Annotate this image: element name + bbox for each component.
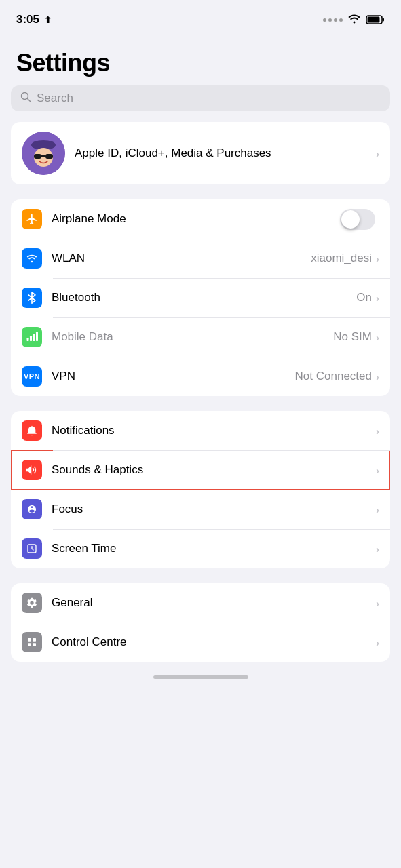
vpn-icon: VPN xyxy=(22,366,42,387)
mobile-data-value: No SIM xyxy=(333,330,372,344)
profile-info: Apple ID, iCloud+, Media & Purchases xyxy=(75,146,376,160)
toggle-knob xyxy=(341,210,360,229)
general-settings-chevron: › xyxy=(376,597,379,609)
airplane-mode-icon xyxy=(22,209,42,229)
airplane-mode-label: Airplane Mode xyxy=(52,212,340,226)
screen-time-label: Screen Time xyxy=(52,542,376,555)
vpn-value: Not Connected xyxy=(295,370,372,383)
sounds-haptics-icon xyxy=(22,460,42,480)
vpn-text: VPN xyxy=(24,372,40,380)
sounds-haptics-row[interactable]: Sounds & Haptics › xyxy=(11,450,390,490)
mobile-data-row[interactable]: Mobile Data No SIM › xyxy=(11,317,390,357)
profile-chevron: › xyxy=(376,148,379,159)
notifications-icon xyxy=(22,420,42,441)
control-centre-chevron: › xyxy=(376,637,379,648)
vpn-chevron: › xyxy=(376,371,379,382)
wlan-value: xiaomi_desi xyxy=(311,252,372,265)
bluetooth-chevron: › xyxy=(376,292,379,304)
svg-rect-14 xyxy=(33,334,35,342)
wlan-icon xyxy=(22,248,42,269)
svg-rect-10 xyxy=(45,154,53,159)
status-time: 3:05 ⬆ xyxy=(16,13,52,26)
screen-time-icon xyxy=(22,538,42,559)
status-bar: 3:05 ⬆ xyxy=(0,0,401,35)
page-title-area: Settings xyxy=(0,35,401,85)
time-display: 3:05 xyxy=(16,13,39,26)
bluetooth-row[interactable]: Bluetooth On › xyxy=(11,278,390,317)
svg-rect-20 xyxy=(28,643,31,646)
svg-rect-9 xyxy=(34,154,41,159)
profile-name: Apple ID, iCloud+, Media & Purchases xyxy=(75,146,271,159)
home-indicator xyxy=(153,675,248,679)
bluetooth-value: On xyxy=(356,291,372,304)
avatar xyxy=(22,132,65,175)
vpn-label: VPN xyxy=(52,370,295,383)
notifications-row[interactable]: Notifications › xyxy=(11,411,390,450)
system-section: General › Control Centre › xyxy=(11,583,390,662)
focus-row[interactable]: Focus › xyxy=(11,490,390,529)
mobile-data-icon xyxy=(22,327,42,347)
svg-rect-1 xyxy=(383,18,385,22)
search-bar-wrap: Search xyxy=(0,85,401,122)
control-centre-label: Control Centre xyxy=(52,635,376,649)
bluetooth-icon xyxy=(22,288,42,308)
bluetooth-label: Bluetooth xyxy=(52,291,356,304)
svg-rect-19 xyxy=(33,638,36,642)
sounds-haptics-label: Sounds & Haptics xyxy=(52,463,376,477)
svg-rect-21 xyxy=(33,643,36,646)
status-icons xyxy=(323,13,385,27)
airplane-mode-toggle[interactable] xyxy=(340,209,375,230)
profile-section: Apple ID, iCloud+, Media & Purchases › xyxy=(11,122,390,184)
page-title: Settings xyxy=(16,49,385,77)
screen-time-row[interactable]: Screen Time › xyxy=(11,529,390,568)
focus-label: Focus xyxy=(52,502,376,516)
wlan-label: WLAN xyxy=(52,252,311,265)
wifi-status-icon xyxy=(347,13,362,27)
airplane-mode-row[interactable]: Airplane Mode xyxy=(11,199,390,239)
focus-icon xyxy=(22,499,42,519)
search-bar[interactable]: Search xyxy=(11,85,390,111)
screen-time-chevron: › xyxy=(376,543,379,555)
svg-rect-12 xyxy=(27,338,29,342)
svg-rect-18 xyxy=(28,638,31,642)
svg-rect-2 xyxy=(368,17,380,23)
mobile-data-chevron: › xyxy=(376,332,379,343)
signal-icon xyxy=(323,18,343,22)
notifications-chevron: › xyxy=(376,425,379,437)
sounds-haptics-chevron: › xyxy=(376,465,379,476)
mobile-data-label: Mobile Data xyxy=(52,330,333,344)
svg-rect-15 xyxy=(36,332,38,342)
search-placeholder-text: Search xyxy=(37,92,73,105)
svg-rect-13 xyxy=(30,336,32,342)
battery-icon xyxy=(366,14,385,25)
wlan-row[interactable]: WLAN xiaomi_desi › xyxy=(11,239,390,278)
home-indicator-area xyxy=(0,662,401,686)
search-icon xyxy=(20,92,31,105)
location-icon: ⬆ xyxy=(44,15,52,25)
svg-marker-16 xyxy=(26,465,32,475)
control-centre-icon xyxy=(22,632,42,652)
general-settings-icon xyxy=(22,593,42,613)
general-settings-label: General xyxy=(52,596,376,610)
svg-rect-7 xyxy=(33,141,54,148)
vpn-row[interactable]: VPN VPN Not Connected › xyxy=(11,357,390,396)
notifications-label: Notifications xyxy=(52,424,376,437)
focus-chevron: › xyxy=(376,504,379,515)
general-section: Notifications › Sounds & Haptics › Focus… xyxy=(11,411,390,568)
profile-row[interactable]: Apple ID, iCloud+, Media & Purchases › xyxy=(11,122,390,184)
svg-line-4 xyxy=(28,99,31,102)
control-centre-row[interactable]: Control Centre › xyxy=(11,623,390,662)
connectivity-section: Airplane Mode WLAN xiaomi_desi › Bluetoo… xyxy=(11,199,390,396)
wlan-chevron: › xyxy=(376,253,379,264)
general-row[interactable]: General › xyxy=(11,583,390,623)
